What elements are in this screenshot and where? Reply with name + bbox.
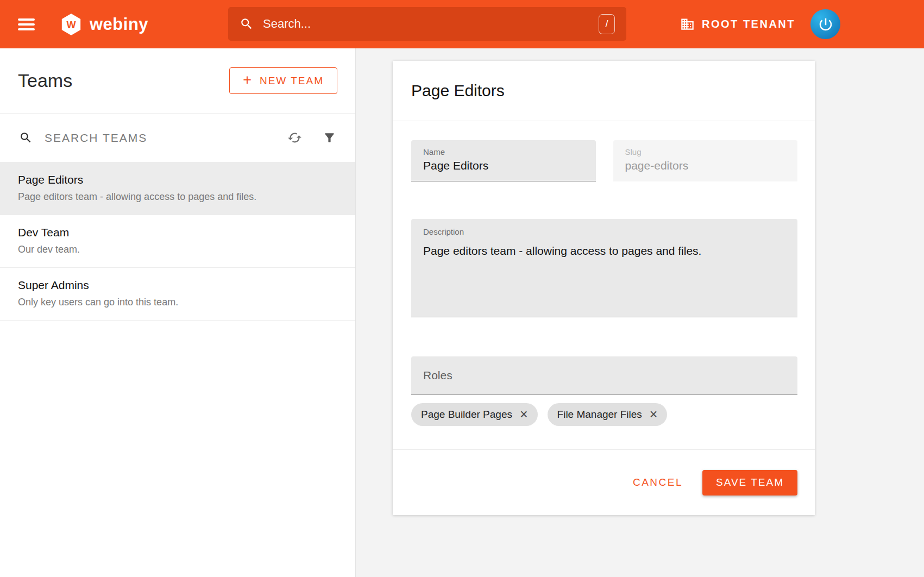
global-search-input[interactable]	[263, 17, 589, 31]
new-team-button[interactable]: + NEW TEAM	[229, 67, 337, 94]
building-icon	[680, 17, 695, 32]
role-chip[interactable]: Page Builder Pages ×	[411, 403, 538, 426]
cancel-button[interactable]: CANCEL	[630, 471, 686, 494]
tenant-selector[interactable]: ROOT TENANT	[680, 0, 795, 48]
teams-search-input[interactable]	[45, 131, 267, 145]
team-description: Page editors team - allowing access to p…	[18, 191, 337, 203]
new-team-label: NEW TEAM	[260, 75, 324, 87]
webiny-hexagon-icon: W	[60, 13, 83, 36]
team-name: Page Editors	[18, 173, 337, 186]
menu-icon[interactable]	[18, 16, 35, 33]
form-footer: CANCEL SAVE TEAM	[393, 449, 815, 515]
team-list-item[interactable]: Super Admins Only key users can go into …	[0, 268, 355, 321]
webiny-logo[interactable]: W webiny	[60, 13, 148, 36]
user-avatar[interactable]	[810, 9, 840, 39]
content-area: Page Editors Name Slug Description Page …	[356, 48, 924, 577]
roles-label: Roles	[423, 369, 452, 382]
save-team-button[interactable]: SAVE TEAM	[702, 470, 797, 496]
teams-panel: Teams + NEW TEAM Page Editors Page edito…	[0, 48, 356, 577]
roles-field[interactable]: Roles	[411, 356, 797, 395]
search-icon	[19, 131, 33, 145]
team-list: Page Editors Page editors team - allowin…	[0, 162, 355, 321]
power-icon	[818, 16, 834, 33]
description-field[interactable]: Description Page editors team - allowing…	[411, 219, 797, 317]
team-list-item[interactable]: Page Editors Page editors team - allowin…	[0, 162, 355, 215]
search-icon	[240, 17, 254, 31]
global-search[interactable]: /	[228, 7, 626, 41]
close-icon[interactable]: ×	[520, 407, 528, 421]
form-title: Page Editors	[393, 61, 815, 121]
plus-icon: +	[243, 73, 253, 87]
name-input[interactable]	[423, 159, 584, 172]
description-label: Description	[423, 227, 785, 236]
svg-text:W: W	[66, 20, 76, 30]
roles-chips: Page Builder Pages × File Manager Files …	[411, 403, 797, 426]
teams-header: Teams + NEW TEAM	[0, 48, 355, 114]
slug-field: Slug	[613, 140, 798, 181]
slug-input	[625, 159, 786, 172]
filter-icon	[323, 131, 336, 145]
refresh-button[interactable]	[287, 130, 302, 145]
description-input[interactable]: Page editors team - allowing access to p…	[423, 243, 785, 307]
team-description: Only key users can go into this team.	[18, 297, 337, 308]
close-icon[interactable]: ×	[650, 407, 658, 421]
role-chip-label: File Manager Files	[557, 409, 642, 421]
slug-label: Slug	[625, 147, 786, 156]
filter-button[interactable]	[323, 131, 336, 145]
teams-search-bar	[0, 114, 355, 162]
name-field[interactable]: Name	[411, 140, 596, 181]
top-bar: W webiny / ROOT TENANT	[0, 0, 924, 48]
team-form-card: Page Editors Name Slug Description Page …	[393, 61, 815, 515]
team-name: Super Admins	[18, 279, 337, 292]
keyboard-shortcut-badge: /	[599, 14, 615, 34]
team-description: Our dev team.	[18, 244, 337, 255]
role-chip-label: Page Builder Pages	[421, 409, 512, 421]
team-list-item[interactable]: Dev Team Our dev team.	[0, 215, 355, 268]
refresh-icon	[287, 130, 302, 145]
team-name: Dev Team	[18, 226, 337, 239]
form-body: Name Slug Description Page editors team …	[393, 121, 815, 426]
role-chip[interactable]: File Manager Files ×	[548, 403, 668, 426]
tenant-label: ROOT TENANT	[702, 18, 795, 30]
page-title: Teams	[18, 70, 72, 91]
logo-text: webiny	[90, 15, 148, 34]
name-label: Name	[423, 147, 584, 156]
